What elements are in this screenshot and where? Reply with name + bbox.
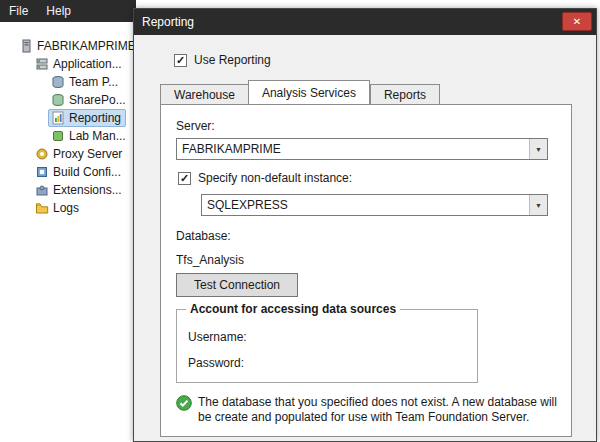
navigation-tree-panel: FABRIKAMPRIME Application... Team P... S… <box>0 22 134 442</box>
menu-help[interactable]: Help <box>46 4 71 18</box>
password-field[interactable] <box>252 354 412 372</box>
database-label: Database: <box>176 229 231 243</box>
instance-combobox-value: SQLEXPRESS <box>202 198 529 212</box>
close-button[interactable]: ✕ <box>562 12 592 31</box>
lab-management-icon <box>51 129 65 143</box>
tab-strip: Warehouse Analysis Services Reports <box>160 81 440 105</box>
tree-item-proxy-server[interactable]: Proxy Server <box>0 145 127 163</box>
menubar: File Help <box>0 0 136 22</box>
password-row: Password: <box>188 354 412 372</box>
tree-item-sharepoint[interactable]: SharePo... <box>0 91 131 109</box>
reporting-chart-icon <box>51 111 65 125</box>
tree-item-label: SharePo... <box>69 93 126 107</box>
menu-file[interactable]: File <box>9 4 28 18</box>
logs-folder-icon <box>35 201 49 215</box>
application-tier-icon <box>35 57 49 71</box>
dialog-body: ✓ Use Reporting Warehouse Analysis Servi… <box>134 35 596 441</box>
server-label: Server: <box>176 119 215 133</box>
tree-item-label: Lab Man... <box>69 129 126 143</box>
check-icon: ✓ <box>180 173 189 184</box>
tab-warehouse[interactable]: Warehouse <box>160 84 248 105</box>
analysis-services-tab-page: Server: FABRIKAMPRIME ▼ ✓ Specify non-de… <box>160 104 572 437</box>
database-icon <box>51 75 65 89</box>
status-message-row: The database that you specified does not… <box>176 395 564 425</box>
tree-item-application-tier[interactable]: Application... <box>0 55 127 73</box>
server-icon <box>19 39 33 53</box>
tree-item-label: Team P... <box>69 75 118 89</box>
instance-checkbox-row: ✓ Specify non-default instance: <box>178 171 352 185</box>
tree-item-fabrikamprime[interactable]: FABRIKAMPRIME <box>0 37 141 55</box>
server-combobox-value: FABRIKAMPRIME <box>177 142 529 156</box>
screen: File Help FABRIKAMPRIME Application... T… <box>0 0 600 442</box>
tree-item-team-project-collections[interactable]: Team P... <box>0 73 123 91</box>
tab-analysis-services[interactable]: Analysis Services <box>248 80 370 105</box>
test-connection-button[interactable]: Test Connection <box>176 273 298 297</box>
tree-item-lab-management[interactable]: Lab Man... <box>0 127 131 145</box>
dialog-titlebar[interactable]: Reporting ✕ <box>134 9 596 35</box>
reporting-dialog: Reporting ✕ ✓ Use Reporting Warehouse An… <box>133 8 597 442</box>
tree-item-reporting[interactable]: Reporting <box>0 109 126 127</box>
dropdown-arrow-icon[interactable]: ▼ <box>529 195 547 215</box>
build-icon <box>35 165 49 179</box>
close-icon: ✕ <box>573 16 581 27</box>
database-value: Tfs_Analysis <box>176 253 244 267</box>
username-field[interactable] <box>255 328 415 346</box>
sharepoint-icon <box>51 93 65 107</box>
username-row: Username: <box>188 328 415 346</box>
instance-combobox[interactable]: SQLEXPRESS ▼ <box>201 194 548 216</box>
dropdown-arrow-icon[interactable]: ▼ <box>529 139 547 159</box>
account-groupbox-title: Account for accessing data sources <box>186 302 400 316</box>
non-default-instance-checkbox[interactable]: ✓ <box>178 172 191 185</box>
tree-item-logs[interactable]: Logs <box>0 199 84 217</box>
account-groupbox: Account for accessing data sources Usern… <box>176 309 478 383</box>
tree-item-build-configuration[interactable]: Build Confi... <box>0 163 126 181</box>
username-label: Username: <box>188 330 247 344</box>
extensions-icon <box>35 183 49 197</box>
tree-item-label: Logs <box>53 201 79 215</box>
use-reporting-checkbox[interactable]: ✓ <box>174 54 187 67</box>
status-message: The database that you specified does not… <box>198 395 564 425</box>
tree-item-label: FABRIKAMPRIME <box>37 39 136 53</box>
check-icon: ✓ <box>176 55 185 66</box>
server-combobox[interactable]: FABRIKAMPRIME ▼ <box>176 138 548 160</box>
tab-reports[interactable]: Reports <box>370 84 440 105</box>
success-check-icon <box>176 395 192 425</box>
password-label: Password: <box>188 356 244 370</box>
tree-item-label: Build Confi... <box>53 165 121 179</box>
tree-item-label: Reporting <box>69 111 121 125</box>
use-reporting-row: ✓ Use Reporting <box>174 53 271 67</box>
dialog-title: Reporting <box>142 15 194 29</box>
tree-item-extensions[interactable]: Extensions... <box>0 181 127 199</box>
tree-item-label: Extensions... <box>53 183 122 197</box>
tree-item-label: Application... <box>53 57 122 71</box>
use-reporting-label: Use Reporting <box>194 53 271 67</box>
non-default-instance-label: Specify non-default instance: <box>198 171 352 185</box>
tree-item-label: Proxy Server <box>53 147 122 161</box>
proxy-gear-icon <box>35 147 49 161</box>
